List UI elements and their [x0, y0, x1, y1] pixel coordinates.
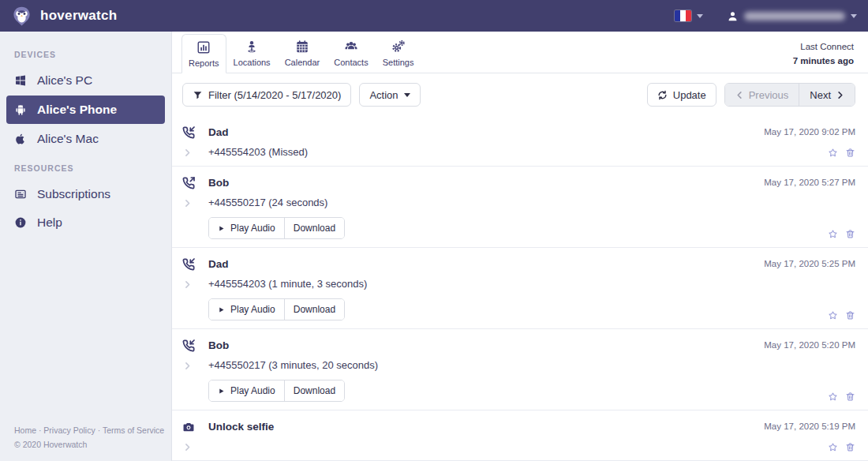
record-meta: May 17, 2020 5:25 PM: [729, 257, 855, 320]
record-detail: +445554203 (1 minute, 3 seconds): [208, 278, 729, 290]
previous-button[interactable]: Previous: [725, 84, 799, 106]
update-button[interactable]: Update: [647, 83, 716, 107]
record-left: [182, 339, 208, 402]
tab-label: Reports: [189, 58, 219, 68]
audio-button-group: Play Audio Download: [208, 380, 345, 402]
play-audio-button[interactable]: Play Audio: [209, 218, 284, 238]
audio-button-group: Play Audio Download: [208, 298, 345, 320]
sidebar-item-alice-s-phone[interactable]: Alice's Phone: [6, 96, 165, 124]
toolbar: Filter (5/14/2020 - 5/17/2020) Action Up…: [172, 73, 868, 116]
record-row: Dad +445554203 (1 minute, 3 seconds) Pla…: [172, 248, 868, 329]
download-label: Download: [294, 223, 335, 234]
favorite-star-icon[interactable]: [828, 229, 838, 239]
chevron-left-icon: [735, 91, 744, 99]
sidebar-item-label: Alice's Phone: [37, 103, 117, 117]
expand-chevron-icon[interactable]: [182, 280, 192, 289]
contacts-icon: [344, 39, 358, 54]
call-incoming-icon: [182, 339, 195, 352]
play-audio-button[interactable]: Play Audio: [209, 380, 284, 401]
subscriptions-icon: [14, 188, 27, 201]
record-title: Bob: [208, 339, 729, 351]
sidebar-section-label: DEVICES: [14, 50, 157, 59]
record-row: Unlock selfie May 17, 2020 5:19 PM: [172, 410, 868, 461]
sidebar-item-label: Alice's PC: [37, 73, 92, 88]
delete-trash-icon[interactable]: [845, 148, 855, 158]
download-button[interactable]: Download: [284, 299, 344, 320]
camera-icon: [182, 421, 195, 433]
favorite-star-icon[interactable]: [828, 442, 838, 452]
record-actions: [828, 229, 855, 239]
last-connect-status: Last Connect 7 minutes ago: [793, 40, 854, 69]
sidebar-footer: Home · Privacy Policy · Terms of Service…: [14, 424, 164, 452]
play-audio-button[interactable]: Play Audio: [209, 299, 284, 320]
help-icon: [14, 216, 27, 229]
user-email-blurred: [744, 12, 845, 21]
footer-link-terms-of-service[interactable]: Terms of Service: [103, 425, 164, 435]
sidebar-section: RESOURCES Subscriptions Help: [0, 163, 171, 237]
delete-trash-icon[interactable]: [845, 229, 855, 239]
update-label: Update: [673, 89, 706, 101]
apple-icon: [14, 133, 27, 145]
action-label: Action: [369, 89, 398, 101]
sidebar-item-label: Help: [37, 216, 62, 230]
tab-calendar[interactable]: Calendar: [278, 33, 327, 73]
tab-settings[interactable]: Settings: [376, 33, 421, 73]
chevron-right-icon: [836, 91, 844, 99]
chevron-down-icon: [697, 14, 703, 18]
record-timestamp: May 17, 2020 5:19 PM: [764, 420, 855, 431]
sidebar-item-help[interactable]: Help: [0, 208, 171, 237]
sidebar-item-alice-s-pc[interactable]: Alice's PC: [0, 66, 171, 95]
next-button[interactable]: Next: [799, 84, 855, 106]
record-meta: May 17, 2020 5:19 PM: [729, 420, 855, 452]
favorite-star-icon[interactable]: [828, 148, 838, 158]
record-left: [182, 126, 208, 158]
tab-locations[interactable]: Locations: [226, 33, 278, 73]
record-title: Dad: [208, 126, 729, 138]
last-connect-label: Last Connect: [793, 40, 854, 54]
sidebar-section: DEVICES Alice's PC Alice's Phone Alice's…: [0, 50, 171, 153]
expand-chevron-icon[interactable]: [182, 199, 192, 208]
user-account-menu[interactable]: [727, 10, 857, 22]
records-list: Dad +445554203 (Missed) May 17, 2020 9:0…: [172, 116, 868, 461]
topbar: hoverwatch: [0, 0, 868, 32]
audio-button-group: Play Audio Download: [208, 217, 345, 239]
tab-reports[interactable]: Reports: [181, 34, 226, 73]
delete-trash-icon[interactable]: [845, 442, 855, 452]
footer-link-home[interactable]: Home: [14, 425, 36, 435]
person-icon: [727, 10, 739, 22]
record-content: Dad +445554203 (1 minute, 3 seconds) Pla…: [208, 257, 729, 320]
record-title: Unlock selfie: [208, 420, 729, 433]
record-row: Dad +445554203 (Missed) May 17, 2020 9:0…: [172, 116, 868, 167]
chevron-down-icon: [851, 14, 857, 18]
record-row: Bob +445550217 (3 minutes, 20 seconds) P…: [172, 329, 868, 410]
sidebar-item-alice-s-mac[interactable]: Alice's Mac: [0, 125, 171, 153]
android-icon: [14, 103, 27, 116]
play-audio-label: Play Audio: [230, 304, 275, 315]
language-selector[interactable]: [675, 10, 703, 21]
favorite-star-icon[interactable]: [828, 392, 838, 402]
tab-bar: Reports Locations Calendar Contacts Sett…: [172, 32, 868, 73]
filter-button[interactable]: Filter (5/14/2020 - 5/17/2020): [182, 83, 351, 107]
download-button[interactable]: Download: [284, 218, 344, 238]
delete-trash-icon[interactable]: [845, 310, 855, 320]
record-meta: May 17, 2020 5:27 PM: [729, 176, 855, 239]
hoverwatch-owl-logo-icon: [11, 6, 32, 27]
record-title: Bob: [208, 176, 729, 189]
expand-chevron-icon[interactable]: [182, 443, 192, 452]
action-dropdown-button[interactable]: Action: [359, 83, 420, 107]
footer-link-privacy-policy[interactable]: Privacy Policy: [43, 425, 95, 435]
filter-label: Filter (5/14/2020 - 5/17/2020): [208, 89, 341, 101]
tab-label: Contacts: [334, 58, 368, 67]
favorite-star-icon[interactable]: [828, 310, 838, 320]
sidebar-item-subscriptions[interactable]: Subscriptions: [0, 180, 171, 208]
main-panel: Reports Locations Calendar Contacts Sett…: [172, 32, 868, 461]
download-button[interactable]: Download: [284, 380, 344, 401]
tab-label: Locations: [234, 58, 271, 67]
expand-chevron-icon[interactable]: [182, 362, 192, 370]
footer-links: Home · Privacy Policy · Terms of Service: [14, 424, 164, 437]
record-left: [182, 257, 208, 320]
expand-chevron-icon[interactable]: [182, 148, 192, 157]
delete-trash-icon[interactable]: [845, 392, 855, 402]
tab-contacts[interactable]: Contacts: [327, 33, 375, 73]
brand-title: hoverwatch: [40, 8, 117, 24]
